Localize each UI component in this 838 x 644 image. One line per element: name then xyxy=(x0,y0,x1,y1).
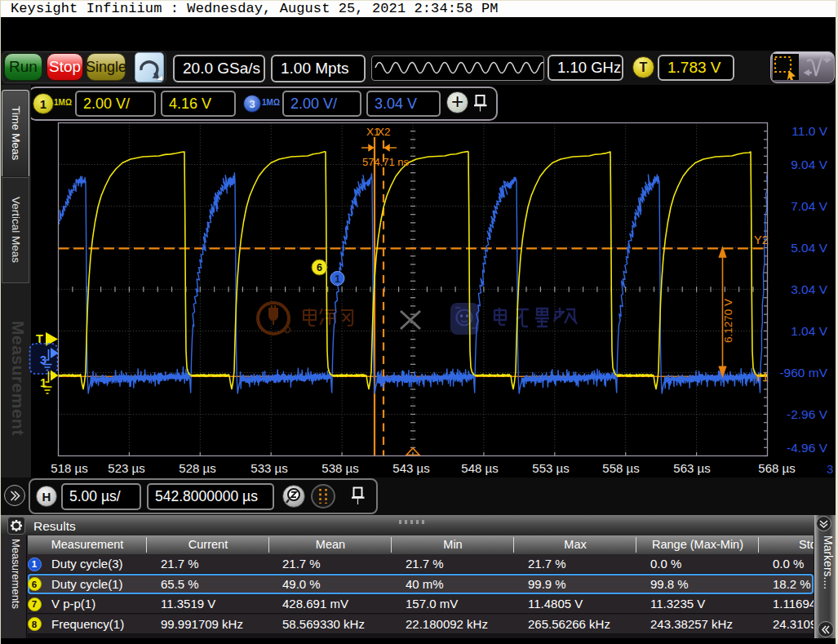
svg-text:533 µs: 533 µs xyxy=(251,461,287,475)
svg-text:-4.96 V: -4.96 V xyxy=(787,441,828,455)
svg-text:X2: X2 xyxy=(377,126,391,138)
svg-text:548 µs: 548 µs xyxy=(461,461,498,475)
svg-text:6.1270 V: 6.1270 V xyxy=(722,299,734,343)
svg-text:528 µs: 528 µs xyxy=(179,461,215,475)
svg-text:Y1: Y1 xyxy=(754,371,769,384)
svg-text:-960 mV: -960 mV xyxy=(779,366,827,380)
svg-text:568 µs: 568 µs xyxy=(758,461,795,475)
svg-text:7.04 V: 7.04 V xyxy=(791,199,827,213)
svg-text:3: 3 xyxy=(827,462,833,476)
svg-text:523 µs: 523 µs xyxy=(108,461,144,475)
svg-text:-2.96 V: -2.96 V xyxy=(787,407,828,421)
svg-text:543 µs: 543 µs xyxy=(392,461,429,475)
svg-text:558 µs: 558 µs xyxy=(602,461,639,475)
svg-text:574.71 ns: 574.71 ns xyxy=(362,156,410,168)
svg-text:1: 1 xyxy=(335,273,340,285)
svg-text:Y2: Y2 xyxy=(754,233,769,246)
svg-text:11.0 V: 11.0 V xyxy=(791,124,827,138)
svg-text:563 µs: 563 µs xyxy=(673,461,710,475)
svg-text:1.04 V: 1.04 V xyxy=(791,324,827,338)
svg-text:553 µs: 553 µs xyxy=(532,461,569,475)
svg-text:5.04 V: 5.04 V xyxy=(791,241,827,255)
svg-text:518 µs: 518 µs xyxy=(51,461,87,475)
svg-text:6: 6 xyxy=(317,262,322,273)
svg-text:538 µs: 538 µs xyxy=(321,461,358,475)
svg-text:9.04 V: 9.04 V xyxy=(791,158,827,171)
svg-text:3.04 V: 3.04 V xyxy=(791,282,827,296)
